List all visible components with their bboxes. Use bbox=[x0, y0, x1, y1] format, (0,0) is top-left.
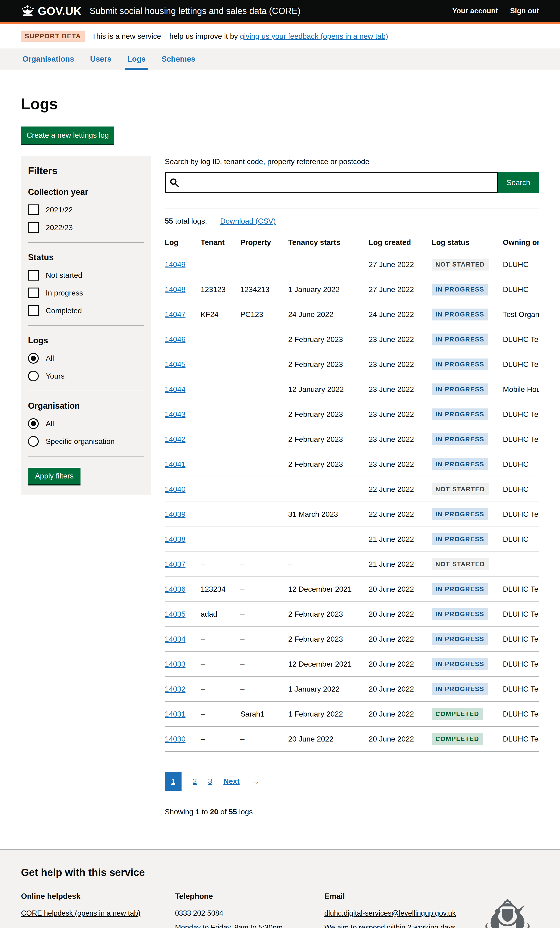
radio-logs-all[interactable] bbox=[28, 353, 39, 364]
feedback-link[interactable]: giving us your feedback (opens in a new … bbox=[240, 32, 388, 40]
property-cell: – bbox=[240, 402, 288, 427]
tenancy-starts-cell: 2 February 2023 bbox=[288, 452, 369, 477]
owning-org-cell: DLUHC Tes bbox=[503, 627, 539, 652]
govuk-home-link[interactable]: GOV.UK bbox=[21, 5, 82, 17]
pagination-next-link[interactable]: Next bbox=[223, 777, 240, 786]
log-id-link[interactable]: 14046 bbox=[165, 335, 186, 343]
table-row: 14043 – – 2 February 2023 23 June 2022 I… bbox=[165, 402, 539, 427]
status-badge: NOT STARTED bbox=[432, 259, 488, 270]
showing-summary: Showing 1 to 20 of 55 logs bbox=[165, 807, 539, 842]
log-id-link[interactable]: 14033 bbox=[165, 660, 186, 668]
footer-email-section: Email dluhc.digital-services@levellingup… bbox=[324, 892, 488, 928]
log-created-cell: 20 June 2022 bbox=[369, 627, 432, 652]
log-created-cell: 23 June 2022 bbox=[369, 452, 432, 477]
log-id-link[interactable]: 14043 bbox=[165, 410, 186, 418]
log-id-link[interactable]: 14044 bbox=[165, 385, 186, 394]
owning-org-cell: DLUHC Tes bbox=[503, 327, 539, 352]
property-cell: – bbox=[240, 252, 288, 277]
nav-item-organisations[interactable]: Organisations bbox=[21, 48, 76, 70]
search-button[interactable]: Search bbox=[498, 172, 539, 193]
filter-option-in-progress[interactable]: In progress bbox=[28, 287, 144, 298]
apply-filters-button[interactable]: Apply filters bbox=[28, 468, 81, 484]
log-id-link[interactable]: 14039 bbox=[165, 510, 186, 518]
nav-item-users[interactable]: Users bbox=[89, 48, 113, 70]
email-link[interactable]: dluhc.digital-services@levellingup.gov.u… bbox=[324, 909, 456, 917]
radio-logs-yours[interactable] bbox=[28, 371, 39, 382]
col-header-log-status: Log status bbox=[432, 234, 503, 252]
log-id-link[interactable]: 14035 bbox=[165, 610, 186, 618]
table-row: 14033 – – 12 December 2021 20 June 2022 … bbox=[165, 652, 539, 677]
table-row: 14042 – – 2 February 2023 23 June 2022 I… bbox=[165, 427, 539, 452]
filter-option-org-specific[interactable]: Specific organisation bbox=[28, 436, 144, 447]
filter-option-2022-23[interactable]: 2022/23 bbox=[28, 222, 144, 233]
filter-option-not-started[interactable]: Not started bbox=[28, 270, 144, 281]
filter-option-org-all[interactable]: All bbox=[28, 418, 144, 429]
log-id-link[interactable]: 14041 bbox=[165, 460, 186, 469]
checkbox-2021-22[interactable] bbox=[28, 205, 39, 215]
table-row: 14049 – – – 27 June 2022 NOT STARTED DLU… bbox=[165, 252, 539, 277]
tenancy-starts-cell: 2 February 2023 bbox=[288, 352, 369, 377]
filter-option-completed[interactable]: Completed bbox=[28, 305, 144, 316]
pagination-page-2[interactable]: 2 bbox=[193, 777, 197, 786]
log-id-link[interactable]: 14047 bbox=[165, 310, 186, 319]
nav-item-schemes[interactable]: Schemes bbox=[160, 48, 197, 70]
log-id-link[interactable]: 14049 bbox=[165, 260, 186, 269]
nav-item-logs[interactable]: Logs bbox=[126, 48, 147, 70]
log-id-link[interactable]: 14045 bbox=[165, 360, 186, 369]
log-id-link[interactable]: 14037 bbox=[165, 560, 186, 568]
tenant-cell: – bbox=[201, 677, 240, 702]
pagination-page-3[interactable]: 3 bbox=[208, 777, 212, 786]
log-created-cell: 20 June 2022 bbox=[369, 652, 432, 677]
filter-option-logs-yours[interactable]: Yours bbox=[28, 371, 144, 382]
service-name-link[interactable]: Submit social housing lettings and sales… bbox=[90, 6, 301, 16]
log-id-link[interactable]: 14042 bbox=[165, 435, 186, 443]
core-helpdesk-link[interactable]: CORE helpdesk (opens in a new tab) bbox=[21, 909, 140, 917]
radio-org-specific[interactable] bbox=[28, 436, 39, 447]
log-id-link[interactable]: 14034 bbox=[165, 635, 186, 643]
tenant-cell: 123234 bbox=[201, 577, 240, 602]
log-id-link[interactable]: 14048 bbox=[165, 285, 186, 294]
checkbox-not-started[interactable] bbox=[28, 270, 39, 281]
log-created-cell: 27 June 2022 bbox=[369, 277, 432, 302]
tenant-cell: adad bbox=[201, 602, 240, 627]
log-id-link[interactable]: 14032 bbox=[165, 685, 186, 693]
tenant-cell: – bbox=[201, 727, 240, 751]
checkbox-2022-23[interactable] bbox=[28, 222, 39, 233]
checkbox-in-progress[interactable] bbox=[28, 287, 39, 298]
log-id-link[interactable]: 14031 bbox=[165, 710, 186, 718]
download-csv-link[interactable]: Download (CSV) bbox=[220, 217, 276, 226]
filter-option-logs-all[interactable]: All bbox=[28, 353, 144, 364]
tenancy-starts-cell: 24 June 2022 bbox=[288, 302, 369, 327]
property-cell: – bbox=[240, 477, 288, 502]
phase-banner: SUPPORT BETA This is a new service – hel… bbox=[0, 24, 560, 48]
log-id-link[interactable]: 14038 bbox=[165, 535, 186, 543]
owning-org-cell: DLUHC Tes bbox=[503, 502, 539, 527]
filter-option-2021-22[interactable]: 2021/22 bbox=[28, 205, 144, 215]
showing-from: 1 bbox=[195, 807, 200, 816]
showing-to: 20 bbox=[210, 807, 218, 816]
tenant-cell: – bbox=[201, 502, 240, 527]
log-id-link[interactable]: 14040 bbox=[165, 485, 186, 493]
owning-org-cell: DLUHC Tes bbox=[503, 427, 539, 452]
tenancy-starts-cell: 2 February 2023 bbox=[288, 427, 369, 452]
tenant-cell: – bbox=[201, 652, 240, 677]
tenancy-starts-cell: 12 January 2022 bbox=[288, 377, 369, 402]
search-input[interactable] bbox=[165, 172, 498, 193]
owning-org-cell: DLUHC bbox=[503, 452, 539, 477]
property-cell: Sarah1 bbox=[240, 702, 288, 727]
tenant-cell: – bbox=[201, 552, 240, 577]
sign-out-link[interactable]: Sign out bbox=[510, 7, 539, 15]
filters-panel: Filters Collection year 2021/22 2022/23 … bbox=[21, 156, 151, 495]
property-cell: – bbox=[240, 452, 288, 477]
log-id-link[interactable]: 14036 bbox=[165, 585, 186, 593]
checkbox-completed[interactable] bbox=[28, 305, 39, 316]
pagination-current-page[interactable]: 1 bbox=[165, 772, 182, 791]
log-id-link[interactable]: 14030 bbox=[165, 735, 186, 743]
govuk-header: GOV.UK Submit social housing lettings an… bbox=[0, 0, 560, 24]
your-account-link[interactable]: Your account bbox=[452, 7, 498, 15]
create-lettings-log-button[interactable]: Create a new lettings log bbox=[21, 127, 114, 144]
property-cell: – bbox=[240, 727, 288, 751]
email-response-note: We aim to respond within 2 working days bbox=[324, 922, 488, 928]
radio-org-all[interactable] bbox=[28, 418, 39, 429]
table-row: 14040 – – – 22 June 2022 NOT STARTED DLU… bbox=[165, 477, 539, 502]
